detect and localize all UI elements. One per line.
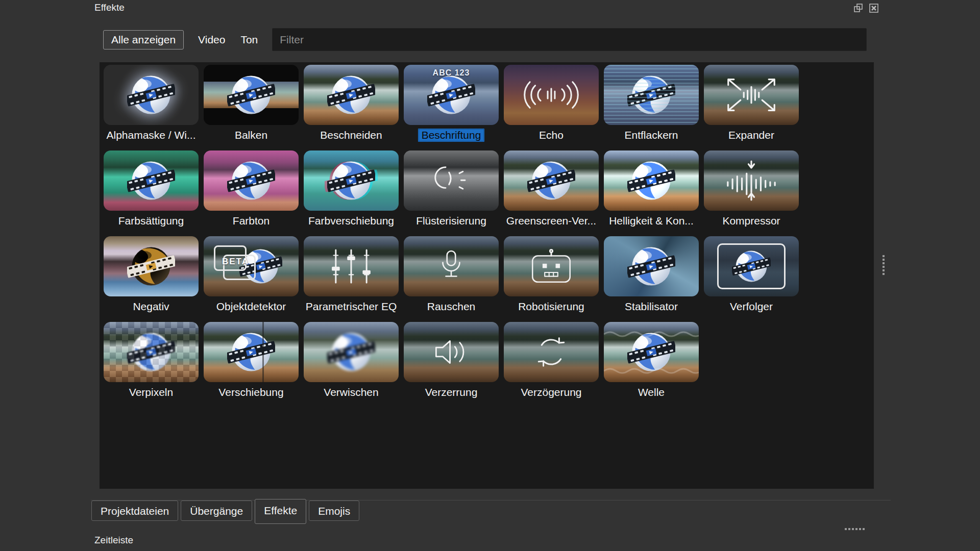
- effect-item-entflackern[interactable]: Entflackern: [601, 63, 701, 149]
- effect-thumbnail: [604, 322, 699, 382]
- audio-filter-button[interactable]: Ton: [239, 31, 259, 49]
- effect-label: Verzögerung: [521, 386, 581, 399]
- echo-waves-icon: [504, 65, 599, 125]
- effect-item-stabilisator[interactable]: Stabilisator: [601, 235, 701, 320]
- dock-tabbar: Projektdateien Übergänge Effekte Emojis: [91, 500, 359, 524]
- shotcut-ball-icon: [427, 71, 475, 119]
- effect-thumbnail: ABC 123: [404, 65, 499, 125]
- shotcut-ball-icon: [127, 328, 175, 376]
- shotcut-ball-icon: [327, 328, 375, 376]
- effect-item-verzoegerung[interactable]: Verzögerung: [501, 320, 601, 406]
- effect-label: Welle: [638, 386, 665, 399]
- effect-item-echo[interactable]: Echo: [501, 63, 601, 149]
- shotcut-ball-icon: [627, 242, 675, 290]
- effect-label: Alphamaske / Wi...: [106, 129, 195, 142]
- effect-item-farbsaettigung[interactable]: Farbsättigung: [101, 149, 201, 235]
- effect-item-verschiebung[interactable]: Verschiebung: [201, 320, 301, 406]
- effect-label: Balken: [235, 129, 267, 142]
- tab-uebergaenge[interactable]: Übergänge: [181, 500, 252, 521]
- effect-item-kompressor[interactable]: Kompressor: [701, 149, 801, 235]
- effect-item-verpixeln[interactable]: Verpixeln: [101, 320, 201, 406]
- effect-item-beschneiden[interactable]: Beschneiden: [301, 63, 401, 149]
- effect-thumbnail: [704, 236, 799, 296]
- effect-item-balken[interactable]: Balken: [201, 63, 301, 149]
- effect-thumbnail: [204, 151, 299, 211]
- close-panel-icon[interactable]: [868, 3, 879, 14]
- effect-item-welle[interactable]: Welle: [601, 320, 701, 406]
- window-controls: [853, 3, 879, 14]
- filter-search-input[interactable]: [272, 28, 867, 51]
- microphone-icon: [404, 236, 499, 296]
- effect-label: Entflackern: [624, 129, 678, 142]
- shotcut-ball-icon: [127, 157, 175, 205]
- tracker-box-icon: [717, 243, 786, 289]
- effect-item-alphamaske[interactable]: Alphamaske / Wi...: [101, 63, 201, 149]
- effect-item-expander[interactable]: Expander: [701, 63, 801, 149]
- effect-item-rauschen[interactable]: Rauschen: [401, 235, 501, 320]
- effect-item-verfolger[interactable]: Verfolger: [701, 235, 801, 320]
- effect-item-farbverschiebung[interactable]: Farbverschiebung: [301, 149, 401, 235]
- effect-thumbnail: [404, 322, 499, 382]
- panel-title: Effekte: [94, 2, 125, 13]
- shotcut-ball-icon: [227, 71, 275, 119]
- effect-item-beschriftung[interactable]: ABC 123 Beschriftung: [401, 63, 501, 149]
- effect-thumbnail: [104, 151, 199, 211]
- effect-item-helligkeit[interactable]: Helligkeit & Kon...: [601, 149, 701, 235]
- effect-label: Objektdetektor: [216, 300, 286, 313]
- effect-thumbnail: [304, 151, 399, 211]
- abc123-text-overlay: ABC 123: [404, 68, 499, 78]
- shotcut-ball-icon: [327, 157, 375, 205]
- horizontal-splitter-handle[interactable]: [845, 528, 865, 530]
- effect-label: Helligkeit & Kon...: [609, 214, 694, 228]
- effect-thumbnail: [504, 151, 599, 211]
- effect-thumbnail: [504, 65, 599, 125]
- effect-thumbnail: [104, 322, 199, 382]
- tab-emojis[interactable]: Emojis: [309, 500, 359, 521]
- effect-item-verzerrung[interactable]: Verzerrung: [401, 320, 501, 406]
- effect-thumbnail: [204, 65, 299, 125]
- effect-label: Verzerrung: [425, 386, 478, 399]
- effect-thumbnail: [504, 236, 599, 296]
- effect-item-fluesterisierung[interactable]: Flüsterisierung: [401, 149, 501, 235]
- wave-lines-icon: [604, 322, 699, 382]
- effect-item-objektdetektor[interactable]: BETA Objektdetektor: [201, 235, 301, 320]
- effect-item-verwischen[interactable]: Verwischen: [301, 320, 401, 406]
- effect-thumbnail: [304, 65, 399, 125]
- effect-label: Negativ: [133, 300, 169, 313]
- effect-thumbnail: BETA: [204, 236, 299, 296]
- effect-label: Verwischen: [324, 386, 378, 399]
- shotcut-ball-icon: [627, 157, 675, 205]
- robot-face-icon: [504, 236, 599, 296]
- effect-item-greenscreen[interactable]: Greenscreen-Ver...: [501, 149, 601, 235]
- effect-thumbnail: [104, 236, 199, 296]
- effects-grid: Alphamaske / Wi... Balken Beschneiden AB…: [101, 63, 801, 406]
- shotcut-ball-icon: [227, 328, 275, 376]
- shotcut-ball-icon: [627, 71, 675, 119]
- effect-label: Rauschen: [427, 300, 476, 313]
- effect-thumbnail: [704, 65, 799, 125]
- effect-label: Farbsättigung: [118, 214, 184, 228]
- shotcut-ball-icon: [327, 71, 375, 119]
- tab-projektdateien[interactable]: Projektdateien: [91, 500, 178, 521]
- effect-label: Flüsterisierung: [416, 214, 486, 228]
- effect-item-robotisierung[interactable]: Robotisierung: [501, 235, 601, 320]
- effect-label: Farbton: [233, 214, 270, 228]
- shotcut-ball-icon: [227, 157, 275, 205]
- effect-item-negativ[interactable]: Negativ: [101, 235, 201, 320]
- effect-label: Verfolger: [730, 300, 773, 313]
- expander-arrows-icon: [704, 65, 799, 125]
- effect-thumbnail: [304, 236, 399, 296]
- effect-thumbnail: [404, 151, 499, 211]
- effect-label: Expander: [728, 129, 774, 142]
- effect-item-farbton[interactable]: Farbton: [201, 149, 301, 235]
- effect-label: Verpixeln: [129, 386, 173, 399]
- video-filter-button[interactable]: Video: [197, 31, 226, 49]
- effect-item-parametrischer-eq[interactable]: Parametrischer EQ: [301, 235, 401, 320]
- vertical-splitter-handle[interactable]: [883, 255, 885, 275]
- speaker-icon: [404, 322, 499, 382]
- tab-effekte[interactable]: Effekte: [255, 499, 306, 524]
- effect-label: Echo: [539, 129, 564, 142]
- effect-label: Parametrischer EQ: [306, 300, 397, 313]
- float-window-icon[interactable]: [853, 3, 864, 14]
- show-all-button[interactable]: Alle anzeigen: [103, 30, 184, 49]
